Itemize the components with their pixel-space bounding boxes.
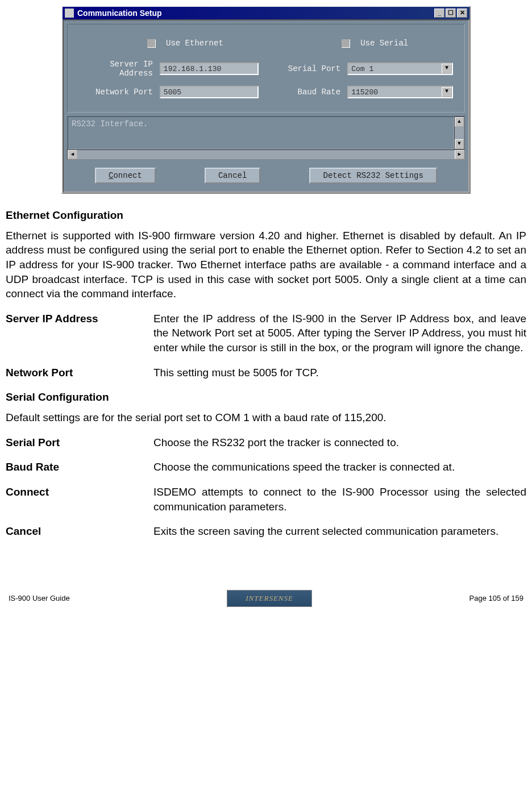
footer-right: Page 105 of 159 <box>469 594 523 602</box>
network-port-input[interactable] <box>160 86 259 98</box>
scroll-down-icon[interactable]: ▼ <box>455 139 464 149</box>
ethernet-config-paragraph: Ethernet is supported with IS-900 firmwa… <box>6 228 526 301</box>
network-port-desc: This setting must be 5005 for TCP. <box>153 365 526 380</box>
serial-config-heading: Serial Configuration <box>6 390 526 405</box>
communication-setup-dialog: Communication Setup _ ☐ ✕ Use Ethernet U… <box>61 6 471 194</box>
cancel-term: Cancel <box>6 524 153 539</box>
detect-rs232-button[interactable]: Detect RS232 Settings <box>309 168 437 184</box>
use-serial-label: Use Serial <box>360 39 408 48</box>
horizontal-scrollbar[interactable]: ◄ ► <box>67 149 465 160</box>
network-port-label: Network Port <box>79 88 160 97</box>
chevron-down-icon[interactable]: ▼ <box>442 87 452 97</box>
use-serial-checkbox[interactable] <box>342 39 350 48</box>
maximize-icon[interactable]: ☐ <box>446 9 456 18</box>
minimize-icon[interactable]: _ <box>434 9 444 18</box>
chevron-down-icon[interactable]: ▼ <box>442 64 452 74</box>
server-ip-input[interactable] <box>160 63 259 75</box>
baud-rate-combo[interactable]: 115200 ▼ <box>347 86 453 98</box>
scroll-left-icon[interactable]: ◄ <box>68 150 77 159</box>
server-ip-term: Server IP Address <box>6 311 153 355</box>
serial-port-term: Serial Port <box>6 435 153 450</box>
log-output: RS232 Interface. <box>68 117 454 149</box>
ethernet-config-heading: Ethernet Configuration <box>6 208 526 223</box>
vertical-scrollbar[interactable]: ▲ ▼ <box>454 117 464 149</box>
network-port-term: Network Port <box>6 365 153 380</box>
serial-port-desc: Choose the RS232 port the tracker is con… <box>153 435 526 450</box>
connect-desc: ISDEMO attempts to connect to the IS-900… <box>153 485 526 514</box>
footer-left: IS-900 User Guide <box>9 594 70 602</box>
connect-button[interactable]: Connect <box>95 168 156 184</box>
server-ip-desc: Enter the IP address of the IS-900 in th… <box>153 311 526 355</box>
scroll-up-icon[interactable]: ▲ <box>455 117 464 127</box>
intersense-logo: INTERSENSE <box>227 590 312 607</box>
scroll-right-icon[interactable]: ► <box>455 150 464 159</box>
server-ip-label: Server IP Address <box>79 60 160 78</box>
use-ethernet-checkbox[interactable] <box>147 39 156 48</box>
app-icon <box>65 9 74 18</box>
use-ethernet-label: Use Ethernet <box>166 39 223 48</box>
serial-port-label: Serial Port <box>273 64 347 73</box>
serial-port-value: Com 1 <box>351 65 373 73</box>
close-icon[interactable]: ✕ <box>457 9 467 18</box>
cancel-button[interactable]: Cancel <box>205 168 260 184</box>
serial-config-paragraph: Default settings are for the serial port… <box>6 410 526 425</box>
dialog-title: Communication Setup <box>77 9 162 18</box>
baud-rate-value: 115200 <box>351 88 378 97</box>
cancel-desc: Exits the screen saving the current sele… <box>153 524 526 539</box>
serial-port-combo[interactable]: Com 1 ▼ <box>347 63 453 75</box>
baud-rate-term: Baud Rate <box>6 460 153 475</box>
connect-term: Connect <box>6 485 153 514</box>
baud-rate-desc: Choose the communications speed the trac… <box>153 460 526 475</box>
titlebar[interactable]: Communication Setup _ ☐ ✕ <box>63 7 469 19</box>
baud-rate-label: Baud Rate <box>273 88 347 97</box>
